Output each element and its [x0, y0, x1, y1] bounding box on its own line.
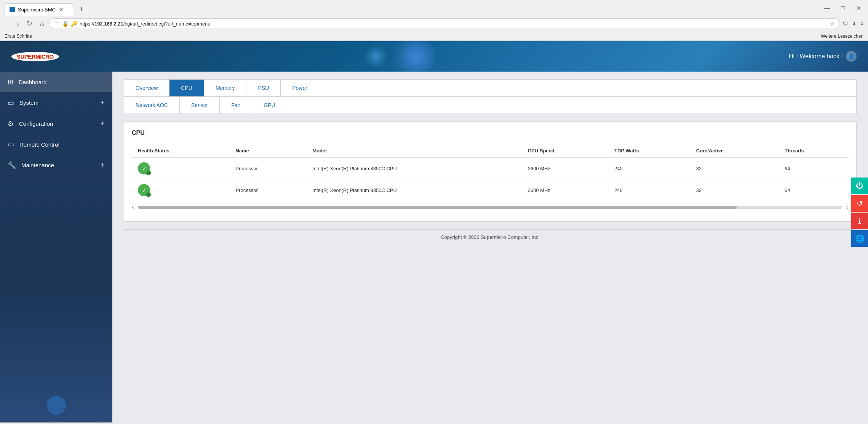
- horizontal-scrollbar[interactable]: ‹ ›: [132, 201, 849, 214]
- cpu-row-2-threads: 64: [778, 179, 849, 201]
- cpu-row-2-tdp: 240: [608, 179, 690, 201]
- logo-oval: SUPERMICRO: [11, 52, 59, 61]
- header-logo: SUPERMICRO: [11, 52, 59, 61]
- footer-copyright: Copyright © 2022 Supermicro Computer, In…: [124, 229, 857, 245]
- url-display: https://192.168.2.21/cgi/url_redirect.cg…: [80, 21, 828, 27]
- cpu-table-header: Health Status Name Model CPU Speed TDP W…: [132, 144, 849, 158]
- cpu-row-1-tdp: 240: [608, 158, 690, 179]
- refresh-action-button[interactable]: ↺: [851, 195, 868, 212]
- tab-favicon: [10, 7, 15, 12]
- cpu-table-header-row: Health Status Name Model CPU Speed TDP W…: [132, 144, 849, 158]
- reload-button[interactable]: ↻: [24, 18, 35, 29]
- browser-controls: ‹ › ↻ ⌂ 🛡 🔒 🔑 https://192.168.2.21/cgi/u…: [0, 16, 868, 32]
- tabs-row-1: Overview CPU Memory PSU Power: [124, 80, 856, 97]
- url-scheme: https://: [80, 21, 94, 27]
- cpu-row-1-model: Intel(R) Xeon(R) Platinum 8350C CPU: [306, 158, 522, 179]
- shield-icon: 🛡: [54, 21, 60, 27]
- col-cpu-speed: CPU Speed: [522, 144, 608, 158]
- tab-overview[interactable]: Overview: [124, 80, 169, 96]
- sidebar-label-configuration: Configuration: [19, 120, 95, 127]
- back-button[interactable]: ‹: [5, 18, 11, 29]
- cpu-row-2-model: Intel(R) Xeon(R) Platinum 8350C CPU: [306, 179, 522, 201]
- scrollbar-track: [138, 206, 842, 209]
- sidebar-item-remote-control[interactable]: ▭ Remote Control: [0, 134, 112, 155]
- tabs-row-2: Network AOC Sensor Fan GPU: [124, 97, 856, 114]
- power-action-button[interactable]: ⏻: [851, 178, 868, 194]
- sidebar-item-maintenance[interactable]: 🔧 Maintenance +: [0, 155, 112, 176]
- minimize-button[interactable]: —: [822, 3, 832, 13]
- tab-network-aoc[interactable]: Network AOC: [124, 97, 180, 114]
- tabs-container: Overview CPU Memory PSU Power Network AO…: [124, 79, 857, 114]
- restore-button[interactable]: ❐: [838, 3, 848, 13]
- logo-dot: O: [50, 53, 54, 60]
- download-icon[interactable]: ⬇: [852, 21, 857, 27]
- header-decoration-small: [364, 45, 387, 68]
- extensions-icon[interactable]: 🛡: [843, 21, 848, 27]
- cpu-row-2-name: Processor: [229, 179, 306, 201]
- tab-memory[interactable]: Memory: [204, 80, 247, 96]
- close-button[interactable]: ✕: [854, 3, 863, 13]
- tab-cpu[interactable]: CPU: [169, 80, 204, 96]
- config-expand-icon[interactable]: +: [100, 119, 105, 128]
- cpu-row-1-core: 32: [690, 158, 778, 179]
- info-action-button[interactable]: ℹ: [851, 213, 868, 229]
- col-core-active: Core/Active: [690, 144, 778, 158]
- remote-icon: ▭: [8, 140, 14, 149]
- logo-text: SUPERMICRO: [17, 53, 54, 60]
- browser-toolbar-right: 🛡 ⬇ ≡: [843, 21, 863, 27]
- main-layout: ⊞ Dashboard ▭ System + ⚙ Configuration +…: [0, 72, 868, 422]
- home-button[interactable]: ⌂: [38, 18, 46, 29]
- sidebar-label-system: System: [19, 99, 95, 106]
- sidebar-label-maintenance: Maintenance: [21, 162, 95, 168]
- system-icon: ▭: [8, 99, 14, 107]
- health-status-icon-2: ✓: [138, 184, 150, 196]
- sidebar: ⊞ Dashboard ▭ System + ⚙ Configuration +…: [0, 72, 112, 422]
- browser-titlebar: Supermicro BMC ✕ + — ❐ ✕: [0, 0, 868, 16]
- url-path: /cgi/url_redirect.cgi?url_name=topmenu: [123, 21, 211, 27]
- scroll-right-arrow[interactable]: ›: [847, 204, 849, 211]
- maintenance-expand-icon[interactable]: +: [100, 161, 105, 170]
- system-expand-icon[interactable]: +: [100, 98, 105, 107]
- sidebar-item-dashboard[interactable]: ⊞ Dashboard: [0, 72, 112, 92]
- cpu-table: Health Status Name Model CPU Speed TDP W…: [132, 144, 849, 201]
- tab-sensor[interactable]: Sensor: [180, 97, 220, 114]
- new-tab-button[interactable]: +: [76, 3, 87, 15]
- key-icon: 🔑: [71, 21, 77, 27]
- tab-psu[interactable]: PSU: [246, 80, 281, 96]
- col-name: Name: [229, 144, 306, 158]
- footer-text: Copyright © 2022 Supermicro Computer, In…: [441, 234, 540, 240]
- address-bar[interactable]: 🛡 🔒 🔑 https://192.168.2.21/cgi/url_redir…: [50, 18, 840, 29]
- sidebar-circle-decoration: [47, 396, 66, 415]
- bookmark-erste-schritte[interactable]: Erste Schritte: [5, 34, 32, 39]
- app-wrapper: SUPERMICRO Hi ! Welcome back ! 👤 ⊞ Dashb…: [0, 41, 868, 422]
- section-title-cpu: CPU: [132, 130, 849, 136]
- sidebar-bottom: [0, 388, 112, 422]
- sidebar-item-system[interactable]: ▭ System +: [0, 92, 112, 113]
- globe-action-button[interactable]: 🌐: [851, 230, 868, 247]
- forward-button[interactable]: ›: [14, 18, 21, 29]
- bookmark-weitere[interactable]: Weitere Lesezeichen: [821, 34, 863, 39]
- tab-power[interactable]: Power: [281, 80, 319, 96]
- tab-title: Supermicro BMC: [18, 7, 56, 13]
- right-actions-panel: ⏻ ↺ ℹ 🌐: [851, 178, 868, 247]
- header-decoration-large: [399, 41, 437, 72]
- scroll-left-arrow[interactable]: ‹: [132, 204, 134, 211]
- lock-icon: 🔒: [62, 21, 69, 27]
- dashboard-icon: ⊞: [8, 78, 13, 86]
- menu-icon[interactable]: ≡: [860, 21, 863, 27]
- cpu-row-1: ✓ Processor Intel(R) Xeon(R) Platinum 83…: [132, 158, 849, 179]
- app-header: SUPERMICRO Hi ! Welcome back ! 👤: [0, 41, 868, 72]
- tab-close-button[interactable]: ✕: [59, 6, 64, 13]
- bookmark-star-icon[interactable]: ☆: [830, 21, 835, 27]
- cpu-row-1-health: ✓: [132, 158, 229, 179]
- sidebar-item-configuration[interactable]: ⚙ Configuration +: [0, 113, 112, 134]
- cpu-row-2-health: ✓: [132, 179, 229, 201]
- tab-gpu[interactable]: GPU: [252, 97, 286, 114]
- col-tdp-watts: TDP Watts: [608, 144, 690, 158]
- browser-tab[interactable]: Supermicro BMC ✕: [5, 3, 73, 16]
- browser-chrome: Supermicro BMC ✕ + — ❐ ✕ ‹ › ↻ ⌂ 🛡 🔒 🔑 h…: [0, 0, 868, 41]
- sidebar-label-remote-control: Remote Control: [19, 141, 105, 148]
- tab-fan[interactable]: Fan: [220, 97, 252, 114]
- cpu-section: CPU Health Status Name Model CPU Speed T…: [124, 122, 857, 222]
- url-host: 192.168.2.21: [94, 21, 123, 27]
